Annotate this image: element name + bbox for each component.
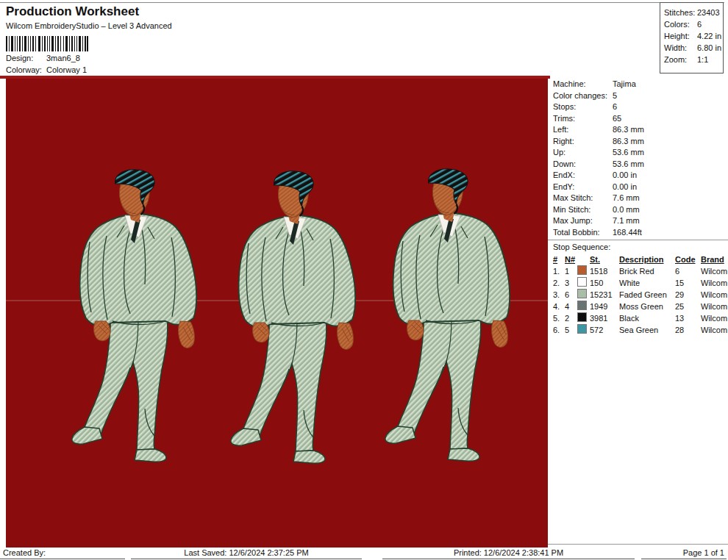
summary-row-height: Height:4.22 in [660,30,723,42]
thread-color-swatch [577,277,587,287]
summary-row-width: Width:6.80 in [660,42,723,54]
barcode [6,36,88,51]
thread-brand: Wilcom [695,277,728,289]
thread-code: 6 [675,265,695,277]
machine-info-row: Min Stitch:0.0 mm [548,204,728,216]
summary-row-stitches: Stitches:23403 [660,7,723,18]
thread-description: White [615,277,675,289]
machine-info-row: Color changes:5 [548,90,728,102]
info-value: 0.00 in [613,170,728,182]
thread-description: Brick Red [615,265,675,277]
column-header-needle: N# [565,254,577,265]
info-value: 5 [613,90,728,102]
thread-code: 25 [675,301,695,312]
thread-color-swatch [577,324,587,334]
page-title: Production Worksheet [6,4,139,19]
thread-code: 15 [675,277,695,289]
thread-brand: Wilcom [695,324,728,336]
stop-sequence-row: 1. 1 1518 Brick Red 6 Wilcom [553,265,728,277]
machine-info-row: EndX:0.00 in [548,170,728,182]
info-value: 53.6 mm [613,159,728,170]
design-label: Design: [6,54,46,62]
stitch-count: 1518 [590,265,615,277]
thread-color-swatch [577,301,587,310]
info-label: Right: [553,136,613,148]
design-canvas [6,79,548,548]
stop-num: 1. [553,265,565,277]
stitch-count: 1949 [590,301,615,312]
info-value: 168.44ft [613,227,728,239]
info-value: 0.00 in [613,182,728,193]
needle-num: 4 [565,301,577,312]
design-info-panel: Machine:Tajima Color changes:5 Stops:6 T… [548,76,728,545]
thread-color-swatch [577,312,587,322]
machine-info-row: Left:86.3 mm [548,124,728,136]
info-label: Up: [553,147,613,159]
stop-sequence-row: 4. 4 1949 Moss Green 25 Wilcom [553,301,728,312]
info-value: 65 [613,113,728,125]
column-header-brand: Brand [695,254,728,265]
thread-brand: Wilcom [695,312,728,324]
info-value: 0.0 mm [613,204,728,216]
stop-sequence-row: 6. 5 572 Sea Green 28 Wilcom [553,324,728,336]
design-summary-box: Stitches:23403 Colors:6 Height:4.22 in W… [660,2,724,73]
column-header-num: # [553,254,565,265]
info-label: Stops: [553,101,613,113]
colorway-value: Colorway 1 [46,65,87,74]
machine-info-row: Trims:65 [548,113,728,125]
summary-row-colors: Colors:6 [660,18,723,30]
info-value: 86.3 mm [613,124,728,136]
footer-created-by: Created By: [0,548,125,559]
needle-num: 2 [565,312,577,324]
swatch-cell [577,277,590,289]
needle-num: 6 [565,289,577,301]
stitch-count: 150 [590,277,615,289]
stitch-count: 572 [590,324,615,336]
thread-color-swatch [577,265,587,275]
footer-page-number: Page 1 of 1 [641,548,727,559]
info-label: Total Bobbin: [553,227,613,239]
stitch-count: 3981 [590,312,615,324]
info-label: Zoom: [664,54,697,65]
machine-info-row: Max Stitch:7.6 mm [548,193,728,204]
info-label: Width: [664,42,697,54]
footer-printed: Printed: 12/6/2024 2:38:41 PM [382,548,635,559]
thread-color-swatch [577,289,587,298]
app-subtitle: Wilcom EmbroideryStudio – Level 3 Advanc… [6,21,172,30]
production-worksheet-page: Production Worksheet Wilcom EmbroiderySt… [0,0,728,560]
stop-num: 2. [553,277,565,289]
machine-info-row: EndY:0.00 in [548,182,728,193]
info-value: 86.3 mm [613,136,728,148]
info-label: Color changes: [553,90,613,102]
machine-info-row: Down:53.6 mm [548,159,728,170]
column-header-code: Code [675,254,695,265]
needle-num: 3 [565,277,577,289]
info-value: 6.80 in [697,42,723,54]
panel-separator [548,240,728,240]
info-label: Colors: [664,18,697,30]
stop-sequence-row: 3. 6 15231 Faded Green 29 Wilcom [553,289,728,301]
info-label: EndY: [553,182,613,193]
stop-num: 5. [553,312,565,324]
swatch-cell [577,301,590,312]
design-name-row: Design:3man6_8 [6,54,80,62]
thread-description: Sea Green [615,324,675,336]
design-value: 3man6_8 [46,54,80,62]
info-value: 1:1 [697,54,723,65]
info-label: Machine: [553,79,613,90]
stop-num: 6. [553,324,565,336]
info-value: 6 [697,18,723,30]
needle-num: 5 [565,324,577,336]
machine-info-row: Machine:Tajima [548,79,728,90]
needle-num: 1 [565,265,577,277]
info-label: Min Stitch: [553,204,613,216]
info-label: Trims: [553,113,613,125]
thread-brand: Wilcom [695,289,728,301]
machine-info-row: Stops:6 [548,101,728,113]
info-value: 23403 [697,7,723,18]
footer-last-saved: Last Saved: 12/6/2024 2:37:25 PM [131,548,362,559]
thread-code: 28 [675,324,695,336]
swatch-cell [577,324,590,336]
info-label: Max Jump: [553,215,613,227]
info-value: 4.22 in [697,30,723,42]
